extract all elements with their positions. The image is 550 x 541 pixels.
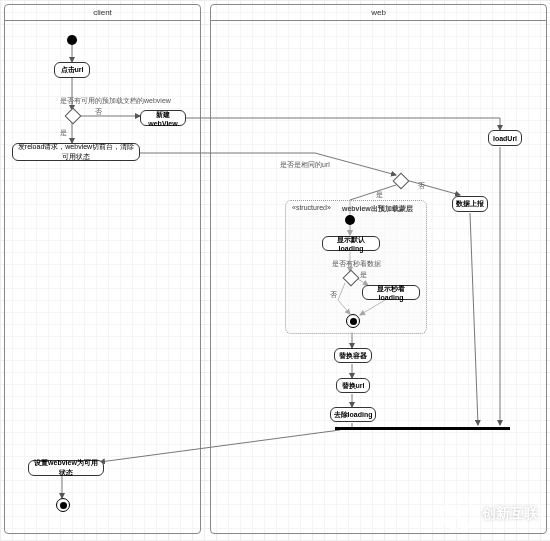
node-replace-url: 替换url [336, 378, 370, 393]
node-show-default: 显示默认loading [322, 236, 380, 251]
branch-no-1: 否 [95, 107, 102, 117]
node-reload-reset: 发reload请求，webview切前台，清除可用状态 [12, 143, 140, 161]
branch-yes-3: 是 [360, 270, 367, 280]
node-show-fast: 显示秒看loading [362, 285, 420, 300]
decision-has-preload-label: 是否有可用的预加载文档的webview [60, 96, 171, 106]
branch-yes-2: 是 [376, 190, 383, 200]
watermark-text: 创新互联 [482, 505, 538, 523]
branch-no-3: 否 [330, 290, 337, 300]
watermark: 创新互联 [442, 497, 538, 531]
decision-same-url-label: 是否是相同的url [280, 160, 330, 170]
end-node-client [56, 498, 70, 512]
branch-yes-1: 是 [60, 128, 67, 138]
node-load-url: loadUrl [488, 130, 522, 146]
diagram-canvas: client web [0, 0, 550, 541]
end-node-structured [346, 314, 360, 328]
start-node-structured [345, 215, 355, 225]
watermark-logo-icon [442, 497, 476, 531]
branch-no-2: 否 [418, 181, 425, 191]
node-click-url: 点击url [54, 62, 90, 78]
node-replace-container: 替换容器 [334, 348, 372, 363]
structured-tag: «structured» [292, 204, 331, 211]
start-node-client [67, 35, 77, 45]
sync-bar [335, 427, 510, 430]
node-remove-loading: 去除loading [330, 407, 376, 422]
node-report: 数据上报 [452, 196, 488, 212]
node-new-webview: 新建webView [140, 110, 186, 126]
structured-title: webview出预加载蒙层 [342, 204, 413, 214]
decision-fast-data-label: 是否有秒看数据 [332, 259, 381, 269]
node-set-available: 设置webview为可用状态 [28, 460, 104, 476]
